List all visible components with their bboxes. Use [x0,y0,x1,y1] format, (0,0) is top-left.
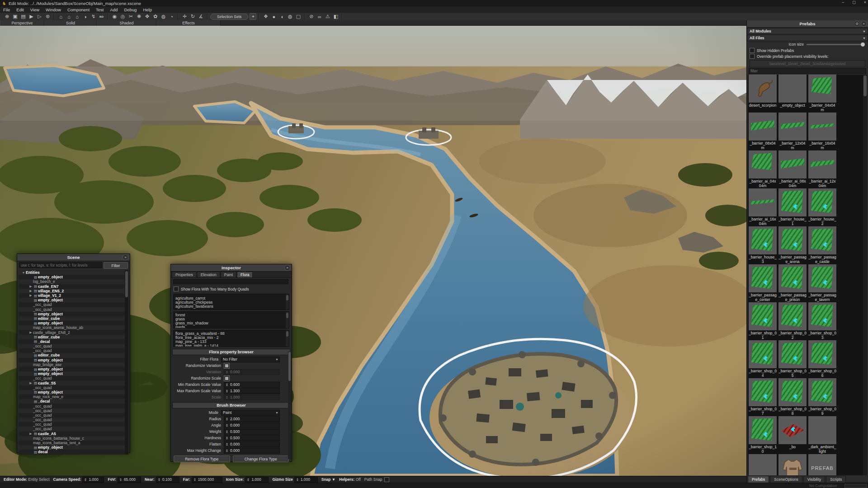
scene-export-icon[interactable]: ⊛ [44,13,52,20]
scene-tree-item[interactable]: ▤empty_object [19,367,128,371]
gizmo-sizefield[interactable]: 1.000 [294,477,318,483]
scene-tree-item[interactable]: _occ_quad [19,418,128,422]
prefab-item[interactable]: _barrier_house_1 [778,188,807,225]
near-field[interactable]: 0.100 [156,477,179,483]
scene-tree-item[interactable]: _occ_quad [19,422,128,427]
mode-dropdown[interactable]: Paint▼ [221,410,280,416]
scene-tree-item[interactable]: _occ_quad [19,408,128,413]
prefab-item[interactable]: _barrier_shop_08 [778,378,807,415]
weight-field[interactable]: 0.500 [224,429,280,435]
select-add-icon[interactable]: ◎ [119,13,127,20]
scene-tree-item[interactable]: ▤empty_object [19,312,128,316]
prefab-item[interactable]: PREFAB [808,454,836,475]
fov-field[interactable]: 65.000 [118,477,141,483]
icon-size-field[interactable]: 1.000 [245,477,269,483]
list-item[interactable]: forest [174,313,289,317]
select-entity-icon[interactable]: ◉ [111,13,118,20]
scene-tree-item[interactable]: ▤empty_object [19,445,128,450]
disable-render-icon[interactable]: ⊘ [307,13,315,20]
physics-sphere-icon[interactable]: ● [270,13,278,20]
snap-translate-icon[interactable]: ✛ [181,13,189,20]
entity-paint-icon[interactable]: ❋ [135,13,143,20]
prefab-paint-icon[interactable]: ◖ [278,13,286,20]
prefab-grid-scrollbar[interactable] [863,75,867,475]
camera-view-icon[interactable]: ❖ [262,13,269,20]
add-selection-set-button[interactable]: + [250,13,256,20]
module-filter-dropdown[interactable]: All Modules ▼ [747,28,868,34]
prefab-item[interactable] [778,454,807,475]
scene-tree-item[interactable]: ▤editor_cube [19,353,128,357]
prefab-item[interactable]: _barrier_passage_prison [778,264,807,301]
close-icon[interactable]: × [284,265,290,271]
new-scene-icon[interactable]: ⊕ [3,13,11,20]
dock-options-icon[interactable]: ⊙ [854,21,860,27]
tab-flora[interactable]: Flora [237,272,253,277]
menu-add[interactable]: Add [107,7,121,12]
scene-tree-item[interactable]: ▤decal [19,450,128,454]
prefab-item[interactable]: _barrier_ai_04x04m [749,150,777,188]
close-icon[interactable]: × [864,0,866,5]
list-item[interactable]: reeds [174,325,289,328]
prefab-item[interactable]: _barrier_shop_03 [808,302,836,339]
spinner-arrows-icon[interactable] [225,443,229,446]
prefab-item[interactable]: _barrier_04x04m [808,75,836,112]
hardness-field[interactable]: 0.500 [224,435,280,441]
snap-rotate-icon[interactable]: ↻ [189,13,197,20]
prefab-item[interactable]: _barrier_shop_06 [808,340,836,377]
spinner-arrows-icon[interactable] [225,424,229,427]
prefab-item[interactable]: _barrier_shop_02 [778,302,807,339]
tab-properties[interactable]: Properties [172,272,197,277]
path-snap-checkbox[interactable] [384,477,389,482]
scene-tree-item[interactable]: map_rock_new_e [19,394,128,399]
scene-tree-item[interactable]: ▤empty_object [19,298,128,302]
scene-tree-item[interactable]: _occ_quad [19,302,128,307]
prefab-item[interactable]: _barrier_ai_08x04m [778,150,807,188]
override-visibility-checkbox[interactable] [750,54,755,59]
spinner-arrows-icon[interactable] [225,430,229,433]
scene-tree-item[interactable]: ▤empty_object [19,390,128,394]
scene-tree-item[interactable]: ▤empty_object [19,358,128,362]
menu-window[interactable]: Window [42,7,64,12]
scene-tree-item[interactable]: ▶▤village_V1_2 [19,293,128,298]
scene-tree-item[interactable]: ▤editor_cube [19,316,128,321]
flora-groups-list[interactable]: agriculture_carrotagriculture_chickpeasa… [173,294,289,310]
prefab-item[interactable]: _barrier_12x04m [778,113,807,150]
dock-tab-visibility[interactable]: Visibility [803,476,826,483]
play-windowed-icon[interactable]: ▷ [36,13,43,20]
scene-tree-item[interactable]: map_bridge_ase [19,362,128,367]
flora-categories-list[interactable]: forestgrassgrass_mix_shadowreeds [173,311,289,328]
flatten-field[interactable]: 0.000 [224,441,280,447]
home-add-icon[interactable]: ⌂ [57,13,65,20]
scene-tree-item[interactable]: log_beech_e [19,279,128,284]
scene-search-input[interactable] [19,262,102,268]
viewport-mode-perspective[interactable]: Perspective [0,20,44,26]
remove-flora-type-button[interactable]: Remove Flora Type [174,455,230,462]
maximize-icon[interactable]: ◻ [852,0,855,5]
scene-tree-item[interactable]: ▤_decal [19,399,128,404]
icon-size-slider[interactable] [807,44,864,45]
cut-path-icon[interactable]: ✂ [127,13,135,20]
far-field[interactable]: 1500.000 [192,477,222,483]
scene-tree-item[interactable]: map_icons_battania_house_c [19,436,128,441]
prefab-item[interactable]: _barrier_ai_12x04m [808,150,836,188]
file-filter-dropdown[interactable]: All Files ▼ [747,35,868,41]
ambient-occlusion-icon[interactable]: ao [98,13,105,20]
spawn-point-icon[interactable]: ◔ [168,13,175,20]
viewport-mode-solid[interactable]: Solid [44,20,97,26]
scene-tree-item[interactable]: ▶▤castle_A5 [19,432,128,436]
prefab-item[interactable]: _barrier_shop_05 [778,340,807,377]
prefab-item[interactable]: _barrier_passage_center [749,264,777,301]
inspector-search-input[interactable] [173,279,288,284]
max-height-change-field[interactable]: 0.000 [224,448,280,454]
scene-tree-item[interactable]: ▶▤castle_EN7 [19,284,128,289]
warnings-icon[interactable]: ⚠ [324,13,331,20]
spinner-arrows-icon[interactable] [225,383,229,386]
scene-filter-button[interactable]: Filter [104,262,128,269]
prefab-item[interactable]: _bo [778,416,807,453]
menu-component[interactable]: Component [64,7,93,12]
menu-test[interactable]: Test [93,7,107,12]
prefab-item[interactable]: _barrier_08x04m [749,113,777,150]
tree-expand-icon[interactable]: ▶ [28,294,33,297]
physics-toggle-icon[interactable]: ◍ [160,13,167,20]
prefab-item[interactable]: _barrier_16x04m [808,113,836,150]
